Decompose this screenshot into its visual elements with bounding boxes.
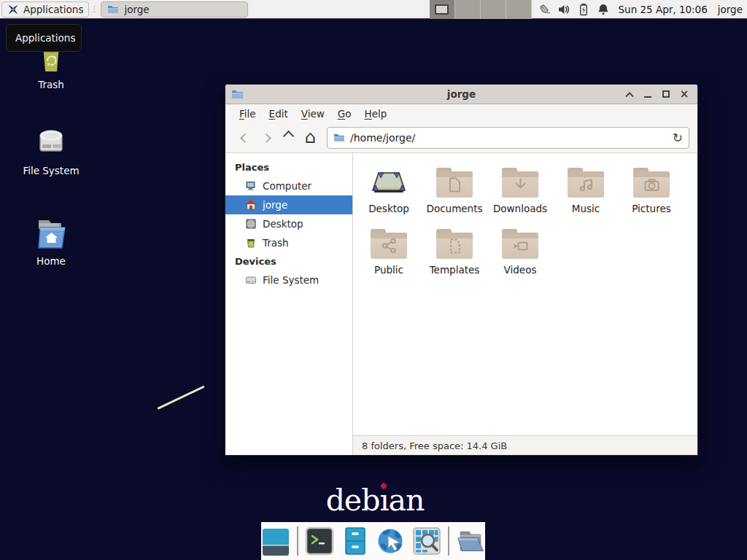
workspace-pager[interactable]: [430, 0, 532, 19]
sidebar: PlacesComputerjorgeDesktopTrashDevicesFi…: [225, 153, 353, 455]
up-button[interactable]: [277, 128, 299, 148]
maximize-button[interactable]: [660, 88, 672, 100]
desktop-icon-home[interactable]: Home: [11, 216, 91, 267]
desktop-icon-label: Trash: [11, 79, 91, 90]
folder-item-public[interactable]: Public: [356, 221, 422, 282]
workspace-window-thumb: [435, 4, 449, 15]
folder-label: Public: [374, 264, 403, 276]
desktop-icon-label: Home: [11, 255, 91, 267]
sidebar-item-jorge[interactable]: jorge: [225, 195, 352, 214]
menu-view[interactable]: View: [295, 106, 331, 122]
folder-item-pictures[interactable]: Pictures: [619, 160, 684, 221]
desktop-folder-icon: [370, 160, 408, 198]
sidebar-devices-header: Devices: [225, 252, 352, 271]
music-folder-icon: [568, 160, 604, 198]
window-titlebar[interactable]: jorge ×: [225, 85, 697, 104]
folder-item-downloads[interactable]: Downloads: [487, 160, 553, 221]
taskbar-window-button[interactable]: jorge: [101, 1, 248, 18]
panel-grip[interactable]: ⋮: [90, 5, 98, 13]
minimize-button[interactable]: [642, 88, 654, 100]
status-bar: 8 folders, Free space: 14.4 GiB: [353, 435, 697, 455]
workspace-2[interactable]: [455, 0, 481, 19]
desktop-icon-label: File System: [11, 165, 91, 176]
menu-bar: File Edit View Go Help: [225, 104, 697, 123]
xfce-logo-icon: [7, 4, 19, 15]
top-panel: Applications ⋮ jorge Sun 25 Apr, 10:06 j…: [0, 0, 747, 19]
sidebar-item-label: Trash: [263, 237, 289, 249]
desktop-icon-filesystem[interactable]: File System: [11, 125, 91, 176]
notifications-icon[interactable]: [597, 3, 610, 16]
menu-edit[interactable]: Edit: [263, 106, 295, 122]
sidebar-item-desktop[interactable]: Desktop: [225, 214, 352, 233]
menu-go[interactable]: Go: [331, 106, 358, 122]
camera-folder-icon: [633, 160, 670, 198]
sidebar-item-label: Desktop: [263, 218, 303, 230]
folder-item-documents[interactable]: Documents: [422, 160, 487, 221]
panel-clock[interactable]: Sun 25 Apr, 10:06: [619, 4, 708, 15]
toolbar: ⌂ /home/jorge/ ↻: [225, 123, 697, 153]
volume-icon[interactable]: [557, 3, 570, 16]
forward-button[interactable]: [255, 128, 277, 148]
input-device-icon[interactable]: [538, 3, 551, 16]
menu-help[interactable]: Help: [358, 106, 394, 122]
sidebar-item-computer[interactable]: Computer: [225, 176, 352, 195]
computer-icon: [245, 180, 257, 192]
home-icon: [11, 216, 91, 252]
dock-folder-icon[interactable]: [456, 526, 485, 556]
battery-icon[interactable]: [577, 3, 590, 16]
path-text[interactable]: /home/jorge/: [350, 132, 673, 144]
folder-item-desktop[interactable]: Desktop: [356, 160, 422, 221]
panel-username[interactable]: jorge: [718, 4, 743, 15]
folder-item-music[interactable]: Music: [553, 160, 619, 221]
back-button[interactable]: [233, 128, 255, 148]
sidebar-places-header: Places: [225, 158, 352, 176]
workspace-3[interactable]: [481, 0, 506, 19]
sidebar-item-trash[interactable]: Trash: [225, 233, 352, 252]
dock-terminal-icon[interactable]: [305, 526, 334, 556]
home-icon: ⌂: [304, 128, 315, 146]
close-button[interactable]: ×: [678, 88, 690, 100]
workspace-4[interactable]: [506, 0, 532, 19]
applications-tooltip: Applications: [6, 24, 82, 52]
dock-web-browser-icon[interactable]: [376, 526, 406, 556]
dock-file-manager-icon[interactable]: [341, 526, 370, 556]
system-tray: [538, 3, 610, 16]
file-grid: DesktopDocumentsDownloadsMusicPicturesPu…: [353, 153, 697, 435]
applications-menu-button[interactable]: Applications: [1, 1, 89, 18]
sidebar-item-label: File System: [263, 274, 319, 286]
trash-icon: [245, 237, 257, 249]
up-icon: [282, 130, 294, 141]
video-folder-icon: [502, 221, 538, 259]
dock-separator: [297, 526, 298, 556]
dock-show-desktop-icon[interactable]: [261, 526, 290, 556]
workspace-1[interactable]: [430, 0, 455, 19]
home-button[interactable]: ⌂: [299, 128, 321, 148]
share-folder-icon: [371, 221, 407, 259]
folder-label: Music: [572, 203, 600, 214]
dock-app-finder-icon[interactable]: [412, 526, 441, 556]
folder-label: Desktop: [368, 203, 409, 214]
status-text: 8 folders, Free space: 14.4 GiB: [362, 440, 507, 451]
home-icon: [245, 199, 257, 211]
menu-file[interactable]: File: [233, 106, 263, 122]
folder-label: Documents: [427, 203, 483, 214]
folder-icon: [107, 4, 119, 15]
debian-logo: debıan: [309, 483, 441, 518]
applications-menu-label: Applications: [23, 4, 83, 15]
reload-icon[interactable]: ↻: [673, 132, 683, 144]
shade-button[interactable]: [624, 88, 635, 100]
drive-icon: [245, 274, 257, 286]
sidebar-item-file-system[interactable]: File System: [225, 271, 352, 289]
document-folder-icon: [436, 160, 473, 198]
folder-item-templates[interactable]: Templates: [422, 221, 487, 282]
folder-label: Downloads: [493, 203, 547, 214]
path-folder-icon: [333, 132, 345, 144]
dock: [261, 522, 485, 560]
filesystem-icon: [11, 125, 91, 162]
dock-separator: [448, 526, 449, 556]
template-folder-icon: [436, 221, 473, 259]
folder-label: Videos: [504, 264, 537, 276]
folder-item-videos[interactable]: Videos: [487, 221, 553, 282]
taskbar-window-label: jorge: [124, 4, 149, 15]
location-bar[interactable]: /home/jorge/ ↻: [327, 127, 689, 149]
